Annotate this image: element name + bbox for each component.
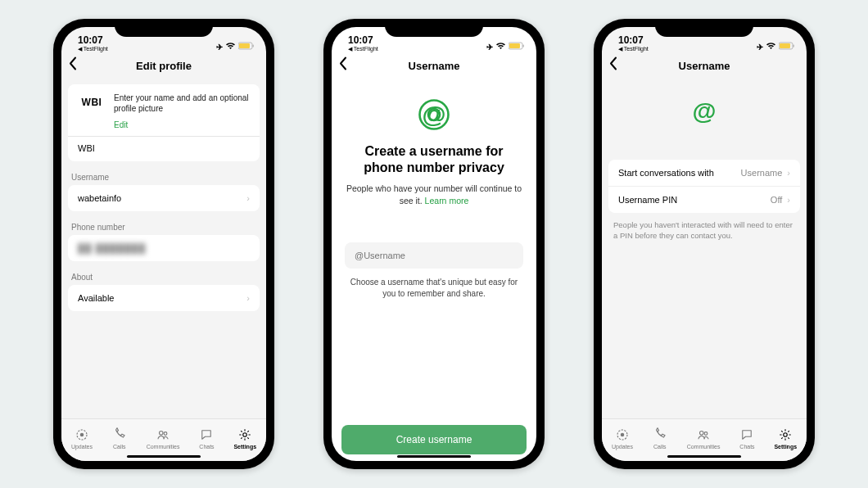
username-hint: Choose a username that's unique but easy… <box>345 277 523 300</box>
footer-note: People you haven't interacted with will … <box>608 213 800 242</box>
back-button[interactable] <box>608 56 618 75</box>
home-indicator[interactable] <box>397 455 471 458</box>
battery-icon <box>509 42 525 52</box>
username-value: wabetainfo <box>78 193 121 203</box>
profile-card: WBI Enter your name and add an optional … <box>68 84 260 161</box>
svg-rect-1 <box>239 43 250 48</box>
about-label: About <box>71 273 256 282</box>
status-time: 10:07 <box>618 35 649 45</box>
heading: Create a username for phone number priva… <box>345 143 523 176</box>
home-indicator[interactable] <box>667 455 741 458</box>
tab-settings[interactable]: Settings <box>774 427 797 450</box>
home-indicator[interactable] <box>127 455 201 458</box>
sub-text: People who have your number will continu… <box>345 183 523 206</box>
chevron-right-icon: › <box>787 168 790 178</box>
tab-updates[interactable]: Updates <box>71 427 93 450</box>
airplane-mode-icon: ✈ <box>486 43 493 52</box>
about-row[interactable]: Available › <box>68 285 260 311</box>
status-time: 10:07 <box>78 35 108 45</box>
content: WBI Enter your name and add an optional … <box>61 79 266 418</box>
tab-settings[interactable]: Settings <box>233 427 256 450</box>
screen-edit-profile: 10:07 ◀ TestFlight ✈ Edit profile WBI En… <box>61 27 266 461</box>
profile-hint: Enter your name and add an optional prof… <box>114 93 250 114</box>
screen-create-username: 10:07 ◀ TestFlight ✈ Username @ Create a… <box>332 27 536 461</box>
svg-point-21 <box>704 432 708 436</box>
avatar[interactable]: WBI <box>78 94 106 111</box>
content: @ Create a username for phone number pri… <box>332 79 536 461</box>
status-subtitle: ◀ TestFlight <box>78 46 108 52</box>
create-username-button[interactable]: Create username <box>341 425 527 454</box>
wifi-icon <box>495 42 506 52</box>
username-input[interactable] <box>345 242 523 269</box>
svg-rect-16 <box>793 45 794 47</box>
svg-point-19 <box>621 433 625 437</box>
svg-point-7 <box>243 433 247 437</box>
status-subtitle: ◀ TestFlight <box>618 46 649 52</box>
svg-rect-9 <box>509 43 520 48</box>
page-title: Username <box>409 60 460 72</box>
svg-rect-2 <box>253 45 254 47</box>
tab-communities[interactable]: Communities <box>147 427 180 450</box>
svg-text:@: @ <box>692 97 716 124</box>
chevron-right-icon: › <box>787 195 790 205</box>
edit-photo-link[interactable]: Edit <box>114 120 250 129</box>
battery-icon <box>779 42 795 52</box>
tab-communities[interactable]: Communities <box>687 427 721 450</box>
content: @ Start conversations with Username› Use… <box>602 79 807 418</box>
back-button[interactable] <box>68 56 78 75</box>
username-pin-row[interactable]: Username PIN Off› <box>608 187 800 213</box>
row-label: Username PIN <box>618 195 677 205</box>
page-title: Username <box>679 60 730 72</box>
back-button[interactable] <box>338 56 348 75</box>
chevron-right-icon: › <box>246 193 250 203</box>
phone-label: Phone number <box>71 223 256 232</box>
svg-point-22 <box>784 433 788 437</box>
learn-more-link[interactable]: Learn more <box>425 196 469 206</box>
phone-mockup-1: 10:07 ◀ TestFlight ✈ Edit profile WBI En… <box>53 19 274 469</box>
tab-updates[interactable]: Updates <box>612 427 633 450</box>
nav-bar: Username <box>602 52 807 79</box>
battery-icon <box>238 42 255 52</box>
tab-calls[interactable]: Calls <box>653 427 667 450</box>
svg-point-20 <box>700 432 704 436</box>
tab-chats[interactable]: Chats <box>199 427 214 450</box>
notch <box>385 19 483 37</box>
phone-row[interactable]: ██ ███████ <box>68 235 260 261</box>
settings-list: Start conversations with Username› Usern… <box>608 160 800 213</box>
airplane-mode-icon: ✈ <box>216 43 223 52</box>
nav-bar: Username <box>332 52 536 79</box>
at-sign-icon: @ <box>687 94 721 132</box>
notch <box>115 19 213 37</box>
about-value: Available <box>78 293 114 303</box>
svg-rect-15 <box>780 43 790 48</box>
chevron-right-icon: › <box>246 293 250 303</box>
row-label: Start conversations with <box>618 168 714 178</box>
status-subtitle: ◀ TestFlight <box>348 46 378 52</box>
tab-calls[interactable]: Calls <box>112 427 127 450</box>
page-title: Edit profile <box>136 60 192 72</box>
row-value: Username <box>741 168 783 178</box>
phone-value: ██ ███████ <box>78 243 146 253</box>
username-label: Username <box>71 173 256 182</box>
status-time: 10:07 <box>348 35 378 45</box>
wifi-icon <box>766 42 776 52</box>
svg-text:@: @ <box>422 101 445 128</box>
svg-rect-10 <box>523 45 524 47</box>
svg-point-5 <box>160 432 164 436</box>
username-row[interactable]: wabetainfo › <box>68 185 260 211</box>
screen-username-settings: 10:07 ◀ TestFlight ✈ Username @ <box>602 27 807 461</box>
row-value: Off <box>771 195 782 205</box>
notch <box>655 19 753 37</box>
phone-mockup-2: 10:07 ◀ TestFlight ✈ Username @ Create a… <box>323 19 545 469</box>
airplane-mode-icon: ✈ <box>757 43 763 52</box>
tab-chats[interactable]: Chats <box>739 427 754 450</box>
svg-point-4 <box>80 433 84 437</box>
at-sign-icon: @ <box>417 97 451 135</box>
wifi-icon <box>225 42 236 52</box>
nav-bar: Edit profile <box>61 52 266 79</box>
name-field[interactable]: WBI <box>78 137 250 153</box>
start-conversations-row[interactable]: Start conversations with Username› <box>608 160 800 187</box>
svg-point-6 <box>164 432 167 436</box>
phone-mockup-3: 10:07 ◀ TestFlight ✈ Username @ <box>594 19 815 469</box>
